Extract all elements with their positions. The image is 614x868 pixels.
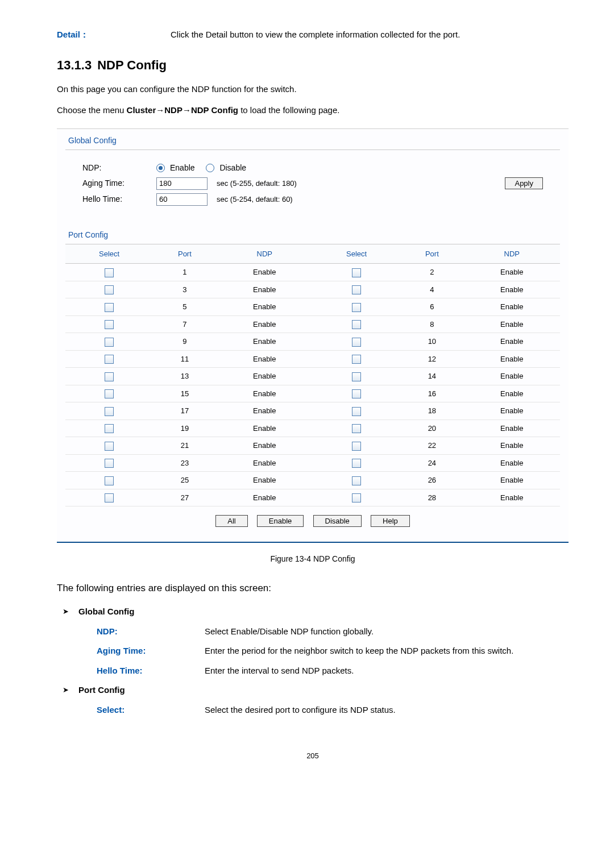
table-header-row: Select Port NDP Select Port NDP — [65, 244, 560, 264]
port-checkbox[interactable] — [105, 338, 114, 347]
port-cell: 14 — [400, 368, 463, 385]
port-checkbox[interactable] — [352, 338, 361, 347]
global-config-title: Global Config — [78, 605, 134, 618]
ndp-cell: Enable — [217, 298, 313, 316]
port-cell: 9 — [153, 333, 216, 351]
ndp-cell: Enable — [217, 489, 313, 506]
port-checkbox[interactable] — [105, 320, 114, 329]
port-checkbox[interactable] — [105, 424, 114, 433]
port-checkbox[interactable] — [352, 493, 361, 502]
ndp-cell: Enable — [464, 472, 561, 489]
def-hello-text: Enter the interval to send NDP packets. — [205, 665, 354, 678]
port-checkbox[interactable] — [352, 355, 361, 364]
ui-bottom-divider — [57, 542, 569, 543]
port-checkbox[interactable] — [352, 389, 361, 398]
port-checkbox[interactable] — [105, 303, 114, 312]
th-port-2: Port — [400, 244, 463, 264]
port-cell: 27 — [153, 489, 216, 506]
def-ndp: NDP: Select Enable/Disable NDP function … — [97, 625, 569, 638]
port-cell: 7 — [153, 315, 216, 333]
port-checkbox[interactable] — [352, 320, 361, 329]
port-cell: 2 — [400, 264, 463, 281]
intro-text: On this page you can configure the NDP f… — [57, 83, 569, 96]
ndp-row: NDP: Enable Disable — [82, 162, 543, 174]
port-checkbox[interactable] — [352, 424, 361, 433]
detail-label: Detail： — [57, 28, 171, 41]
def-aging-text: Enter the period for the neighbor switch… — [205, 645, 513, 658]
hello-time-input[interactable] — [156, 193, 208, 206]
port-cell: 4 — [400, 281, 463, 298]
aging-label: Aging Time: — [82, 177, 156, 189]
port-checkbox[interactable] — [105, 442, 114, 451]
ndp-enable-radio[interactable] — [156, 164, 165, 172]
port-checkbox[interactable] — [105, 459, 114, 468]
port-checkbox[interactable] — [352, 407, 361, 416]
ndp-cell: Enable — [217, 472, 313, 489]
table-row: 5Enable6Enable — [65, 298, 560, 316]
def-ndp-text: Select Enable/Disable NDP function globa… — [205, 625, 374, 638]
ndp-label: NDP: — [82, 162, 156, 174]
port-checkbox[interactable] — [105, 268, 114, 277]
menu-suffix: to load the following page. — [238, 105, 339, 115]
ndp-cell: Enable — [217, 420, 313, 437]
ndp-disable-radio[interactable] — [206, 164, 214, 172]
detail-desc: Click the Detail button to view the comp… — [171, 28, 460, 41]
help-button[interactable]: Help — [371, 515, 410, 527]
table-row: 9Enable10Enable — [65, 333, 560, 351]
table-row: 27Enable28Enable — [65, 489, 560, 506]
port-cell: 20 — [400, 420, 463, 437]
enable-button[interactable]: Enable — [257, 515, 304, 527]
entries-intro: The following entries are displayed on t… — [57, 581, 569, 596]
page-number: 205 — [57, 750, 569, 762]
apply-button[interactable]: Apply — [505, 177, 543, 189]
ndp-cell: Enable — [217, 315, 313, 333]
ndp-cell: Enable — [464, 402, 561, 420]
port-checkbox[interactable] — [105, 355, 114, 364]
hello-row: Hello Time: sec (5-254, default: 60) — [82, 193, 543, 206]
def-hello-label: Hello Time: — [97, 665, 205, 678]
global-config-heading: Global Config — [65, 129, 560, 150]
port-checkbox[interactable] — [352, 285, 361, 294]
port-checkbox[interactable] — [352, 476, 361, 485]
table-row: 15Enable16Enable — [65, 385, 560, 402]
port-checkbox[interactable] — [352, 268, 361, 277]
def-aging: Aging Time: Enter the period for the nei… — [97, 645, 569, 658]
port-checkbox[interactable] — [352, 303, 361, 312]
port-cell: 16 — [400, 385, 463, 402]
disable-button[interactable]: Disable — [313, 515, 362, 527]
section-title: NDP Config — [97, 58, 167, 72]
table-row: 25Enable26Enable — [65, 472, 560, 489]
global-config-section: ➤ Global Config — [63, 605, 569, 618]
port-cell: 25 — [153, 472, 216, 489]
port-checkbox[interactable] — [105, 372, 114, 381]
ndp-cell: Enable — [464, 454, 561, 472]
port-cell: 5 — [153, 298, 216, 316]
port-cell: 21 — [153, 437, 216, 455]
menu-prefix: Choose the menu — [57, 105, 127, 115]
def-select-text: Select the desired port to configure its… — [205, 704, 396, 717]
port-checkbox[interactable] — [105, 285, 114, 294]
port-config-section: ➤ Port Config — [63, 684, 569, 697]
ndp-cell: Enable — [464, 385, 561, 402]
port-checkbox[interactable] — [352, 442, 361, 451]
ndp-cell: Enable — [464, 350, 561, 368]
ndp-cell: Enable — [217, 437, 313, 455]
all-button[interactable]: All — [215, 515, 247, 527]
port-checkbox[interactable] — [105, 476, 114, 485]
def-hello: Hello Time: Enter the interval to send N… — [97, 665, 569, 678]
port-checkbox[interactable] — [352, 459, 361, 468]
port-checkbox[interactable] — [105, 407, 114, 416]
def-select-label: Select: — [97, 704, 205, 717]
section-heading: 13.1.3NDP Config — [57, 56, 569, 74]
port-checkbox[interactable] — [352, 372, 361, 381]
def-ndp-label: NDP: — [97, 625, 205, 638]
ndp-cell: Enable — [464, 333, 561, 351]
table-row: 11Enable12Enable — [65, 350, 560, 368]
th-port-1: Port — [153, 244, 216, 264]
port-cell: 8 — [400, 315, 463, 333]
port-checkbox[interactable] — [105, 389, 114, 398]
ndp-config-ui: Global Config NDP: Enable Disable Aging … — [57, 128, 569, 543]
port-cell: 1 — [153, 264, 216, 281]
aging-time-input[interactable] — [156, 177, 208, 190]
port-checkbox[interactable] — [105, 493, 114, 502]
